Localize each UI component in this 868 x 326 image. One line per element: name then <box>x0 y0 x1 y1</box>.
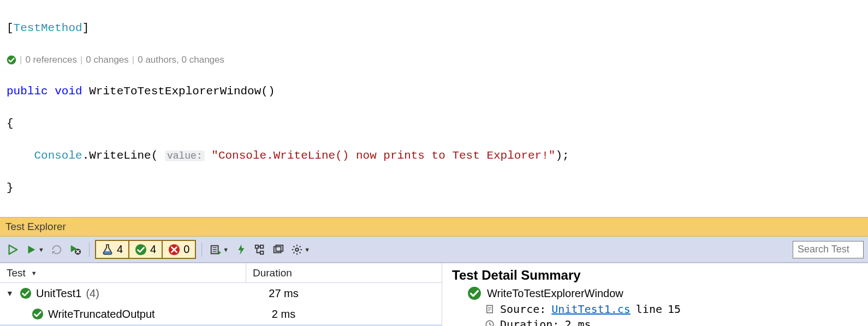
group-name: UnitTest1 <box>36 287 81 300</box>
counter-total[interactable]: 4 <box>96 241 129 258</box>
pass-icon <box>20 287 32 299</box>
test-detail-pane: Test Detail Summary WriteToTestExplorerW… <box>442 263 868 326</box>
pass-icon <box>135 244 147 256</box>
bracket-open: [ <box>7 22 14 34</box>
duration-label: Duration: <box>500 318 559 326</box>
codelens-sep: | <box>20 53 22 67</box>
codelens-bar: | 0 references | 0 changes | 0 authors, … <box>7 53 861 67</box>
detail-heading: Test Detail Summary <box>452 268 858 283</box>
codelens-authors[interactable]: 0 authors, 0 changes <box>138 53 224 67</box>
search-placeholder: Search Test <box>798 244 849 255</box>
toolbar-separator <box>89 243 90 257</box>
test-row[interactable]: WriteTruncatedOutput 2 ms <box>0 304 442 324</box>
method-name: WriteToTestExplorerWindow <box>89 85 261 98</box>
repeat-last-button[interactable] <box>49 241 65 258</box>
toolbar-separator <box>201 243 202 257</box>
column-header-duration[interactable]: Duration <box>246 263 442 282</box>
tree-rows: ▼ UnitTest1 (4) 27 ms WriteTruncatedOutp… <box>0 283 442 326</box>
chevron-down-icon: ▼ <box>31 270 37 276</box>
keyword-public: public <box>7 85 48 98</box>
test-name: WriteTruncatedOutput <box>48 308 155 321</box>
fail-icon <box>168 244 180 256</box>
counter-failed-value: 0 <box>183 243 189 256</box>
panel-title[interactable]: Test Explorer <box>0 217 868 237</box>
code-line-signature: public void WriteToTestExplorerWindow() <box>7 83 861 99</box>
code-line-attribute: [TestMethod] <box>7 20 861 36</box>
document-icon <box>485 304 495 314</box>
method-writeline: WriteLine <box>89 149 151 162</box>
code-editor[interactable]: [TestMethod] | 0 references | 0 changes … <box>0 0 868 217</box>
pass-icon <box>7 55 16 65</box>
run-all-button[interactable] <box>4 241 21 258</box>
chevron-down-icon: ▼ <box>304 246 310 253</box>
search-input[interactable]: Search Test <box>793 241 864 258</box>
flask-icon <box>102 244 114 256</box>
hierarchy-button[interactable] <box>252 241 268 258</box>
settings-button[interactable]: ▼ <box>289 241 312 258</box>
pass-icon <box>32 308 44 320</box>
source-line-prefix: line <box>636 303 662 316</box>
playlist-button[interactable]: ▼ <box>207 241 231 258</box>
source-label: Source: <box>500 303 546 316</box>
show-windows-button[interactable] <box>270 241 287 258</box>
detail-test-name: WriteToTestExplorerWindow <box>487 287 623 300</box>
inline-hint: value: <box>165 150 205 161</box>
counter-passed[interactable]: 4 <box>129 241 163 258</box>
clock-icon <box>485 319 495 326</box>
tree-header: Test ▼ Duration <box>0 263 442 283</box>
chevron-down-icon: ▼ <box>223 246 229 253</box>
counter-failed[interactable]: 0 <box>163 241 195 258</box>
codelens-sep: | <box>80 53 82 67</box>
source-line-number: 15 <box>668 303 681 316</box>
counter-total-value: 4 <box>117 243 123 256</box>
expand-toggle[interactable]: ▼ <box>4 289 15 298</box>
group-duration: 27 ms <box>246 287 442 300</box>
column-header-test[interactable]: Test ▼ <box>0 267 246 279</box>
test-explorer-body: Test ▼ Duration ▼ UnitTest1 (4) 27 ms Wr… <box>0 263 868 326</box>
keyword-void: void <box>55 85 82 98</box>
string-literal: "Console.WriteLine() now prints to Test … <box>211 149 555 162</box>
pass-icon <box>467 286 481 300</box>
test-explorer-toolbar: ▼ 4 4 0 ▼ ▼ Search Test <box>0 237 868 263</box>
run-button[interactable]: ▼ <box>23 241 46 258</box>
type-console: Console <box>34 149 82 162</box>
attribute-name: TestMethod <box>14 22 82 34</box>
code-line-brace-close: } <box>7 180 861 196</box>
run-until-failure-button[interactable] <box>67 241 84 258</box>
chevron-down-icon: ▼ <box>38 246 44 253</box>
code-line-call: Console.WriteLine( value: "Console.Write… <box>7 148 861 164</box>
bracket-close: ] <box>82 22 90 34</box>
codelens-sep: | <box>132 53 134 67</box>
test-tree-pane: Test ▼ Duration ▼ UnitTest1 (4) 27 ms Wr… <box>0 263 442 326</box>
run-after-build-button[interactable] <box>233 241 249 258</box>
codelens-changes[interactable]: 0 changes <box>86 53 128 67</box>
codelens-references[interactable]: 0 references <box>25 53 77 67</box>
test-duration: 2 ms <box>246 308 442 321</box>
parens: () <box>261 85 275 98</box>
duration-value: 2 ms <box>564 318 591 326</box>
counter-passed-value: 4 <box>150 243 156 256</box>
code-line-brace-open: { <box>7 116 861 131</box>
test-counters: 4 4 0 <box>95 240 196 259</box>
source-file-link[interactable]: UnitTest1.cs <box>551 303 631 316</box>
group-count: (4) <box>86 287 99 300</box>
test-group-row[interactable]: ▼ UnitTest1 (4) 27 ms <box>0 283 442 304</box>
